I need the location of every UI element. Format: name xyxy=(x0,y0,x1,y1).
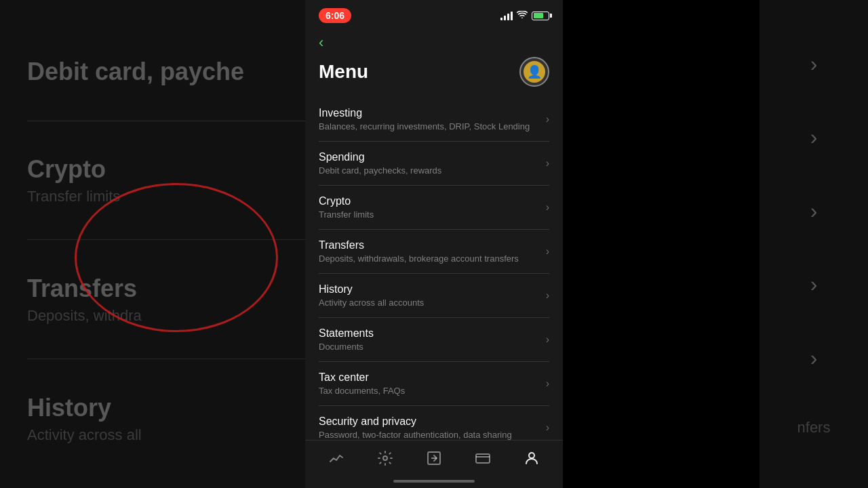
menu-item-statements-chevron: › xyxy=(546,333,549,346)
svg-point-5 xyxy=(529,453,534,458)
menu-item-investing-subtitle: Balances, recurring investments, DRIP, S… xyxy=(319,121,546,131)
menu-item-spending-chevron: › xyxy=(546,157,549,169)
avatar: 👤 xyxy=(524,61,545,83)
status-time: 6:06 xyxy=(319,8,351,23)
menu-item-security-title: Security and privacy xyxy=(319,415,546,428)
menu-item-security-chevron: › xyxy=(546,422,549,434)
bg-chevron-2: › xyxy=(810,125,818,150)
bg-item-crypto: Crypto Transfer limits xyxy=(27,155,312,205)
background-panel: Debit card, payche Crypto Transfer limit… xyxy=(0,0,326,488)
back-chevron-icon[interactable]: ‹ xyxy=(319,34,323,51)
bg-history-subtitle: Activity across all xyxy=(27,426,312,444)
menu-item-investing-chevron: › xyxy=(546,113,549,125)
wifi-icon xyxy=(517,10,528,21)
status-icons xyxy=(500,10,549,21)
menu-item-investing[interactable]: Investing Balances, recurring investment… xyxy=(319,98,549,142)
tab-profile[interactable] xyxy=(517,447,547,469)
bg-transfers-subtitle: Deposits, withdra xyxy=(27,307,312,325)
bg-divider-1 xyxy=(27,121,312,121)
bg-chevron-4: › xyxy=(810,272,818,297)
status-bar: 6:06 xyxy=(305,0,563,28)
bg-crypto-subtitle: Transfer limits xyxy=(27,188,312,205)
back-button-area[interactable]: ‹ xyxy=(305,28,563,54)
menu-item-spending-subtitle: Debit card, paychecks, rewards xyxy=(319,165,546,176)
menu-item-security-subtitle: Password, two-factor authentication, dat… xyxy=(319,430,546,440)
svg-point-0 xyxy=(383,456,387,460)
home-bar xyxy=(393,480,475,483)
menu-item-history-subtitle: Activity across all accounts xyxy=(319,298,546,308)
menu-item-transfers[interactable]: Transfers Deposits, withdrawals, brokera… xyxy=(319,230,549,274)
tab-transfer[interactable] xyxy=(419,447,449,469)
menu-item-security[interactable]: Security and privacy Password, two-facto… xyxy=(319,406,549,440)
signal-icon xyxy=(500,12,513,20)
tab-bar xyxy=(305,440,563,474)
bg-history-title: History xyxy=(27,394,312,422)
menu-item-spending[interactable]: Spending Debit card, paychecks, rewards … xyxy=(319,142,549,186)
menu-item-transfers-title: Transfers xyxy=(319,239,546,251)
menu-item-crypto-chevron: › xyxy=(546,201,549,214)
bg-chevron-3: › xyxy=(810,199,818,224)
menu-item-history-title: History xyxy=(319,283,546,296)
svg-rect-3 xyxy=(476,454,490,463)
menu-list: Investing Balances, recurring investment… xyxy=(305,98,563,440)
battery-icon xyxy=(532,12,549,20)
menu-item-statements-subtitle: Documents xyxy=(319,342,546,352)
gear-icon xyxy=(377,450,393,466)
menu-item-transfers-chevron: › xyxy=(546,245,549,258)
menu-item-tax-center[interactable]: Tax center Tax documents, FAQs › xyxy=(319,362,549,406)
menu-item-transfers-subtitle: Deposits, withdrawals, brokerage account… xyxy=(319,253,546,264)
transfer-icon xyxy=(426,450,442,466)
chart-icon xyxy=(328,450,344,466)
bg-item-history: History Activity across all xyxy=(27,394,312,444)
menu-item-crypto-title: Crypto xyxy=(319,195,546,207)
background-right-panel: › › › › › nfers xyxy=(760,0,868,488)
page-title: Menu xyxy=(319,61,368,83)
menu-item-tax-center-title: Tax center xyxy=(319,371,546,384)
card-icon xyxy=(475,450,491,466)
tab-card[interactable] xyxy=(468,447,498,469)
bg-chevron-5: › xyxy=(810,346,818,371)
bg-divider-3 xyxy=(27,359,312,359)
tab-chart[interactable] xyxy=(321,447,351,469)
menu-item-statements[interactable]: Statements Documents › xyxy=(319,318,549,362)
menu-item-crypto-subtitle: Transfer limits xyxy=(319,209,546,220)
menu-item-crypto[interactable]: Crypto Transfer limits › xyxy=(319,186,549,230)
bg-transfers-label: nfers xyxy=(797,419,831,436)
bg-item-spending: Debit card, payche xyxy=(27,58,312,86)
bg-spending-title: Debit card, payche xyxy=(27,58,312,86)
home-indicator xyxy=(305,474,563,488)
tab-settings[interactable] xyxy=(370,447,400,469)
menu-item-history[interactable]: History Activity across all accounts › xyxy=(319,274,549,318)
bg-item-transfers: Transfers Deposits, withdra xyxy=(27,274,312,325)
menu-item-tax-center-subtitle: Tax documents, FAQs xyxy=(319,386,546,396)
page-header: Menu 👤 xyxy=(305,54,563,98)
bg-transfers-title: Transfers xyxy=(27,274,312,303)
bg-chevron-1: › xyxy=(810,52,818,77)
menu-item-statements-title: Statements xyxy=(319,327,546,340)
menu-item-history-chevron: › xyxy=(546,289,549,302)
profile-icon xyxy=(524,450,540,466)
menu-item-tax-center-chevron: › xyxy=(546,378,549,390)
menu-item-investing-title: Investing xyxy=(319,107,546,119)
menu-item-spending-title: Spending xyxy=(319,151,546,163)
bg-divider-2 xyxy=(27,239,312,240)
phone-frame: 6:06 ‹ Menu xyxy=(305,0,563,488)
avatar-button[interactable]: 👤 xyxy=(519,57,549,87)
bg-crypto-title: Crypto xyxy=(27,155,312,184)
